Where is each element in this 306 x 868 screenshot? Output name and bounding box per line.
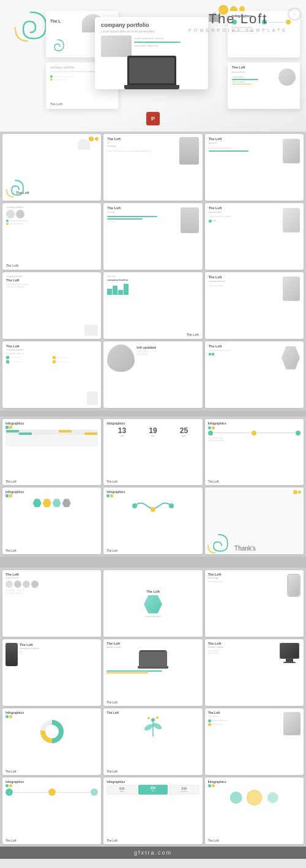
mockup-section: The Loft superior form ★★★★★ ★★★★☆★★★★★ … bbox=[0, 568, 306, 847]
thumbs-row-4: The Loft company business Lorem ipsum do… bbox=[2, 341, 304, 408]
thumb-hexagons: Infographics The Loft bbox=[2, 488, 101, 554]
thumb-thanks: Thank's bbox=[205, 488, 304, 554]
thumbs-row-3: company timeline The Loft Lorem ipsum do… bbox=[2, 272, 304, 339]
svg-point-16 bbox=[230, 792, 242, 804]
slide-preview-personal: The Loft personal bio Lorem ipsum dolor … bbox=[228, 62, 300, 109]
thumb-team: company portfolio The Loft bbox=[2, 203, 101, 270]
svg-point-17 bbox=[246, 790, 262, 806]
hero-section: The Loft POWERPOINT TEMPLATE The L bbox=[0, 0, 306, 132]
thumb-numbers: Infographics 13 label 19 label 25 label bbox=[103, 419, 202, 486]
thumb-smile: The Loft our team ★★★★☆ bbox=[103, 203, 202, 270]
thumb-balloons: The Loft personal data Lorem ipsum dolor… bbox=[205, 203, 304, 270]
thumb-smartphone: The Loft smartphone mockup title276 bbox=[2, 639, 101, 706]
thumb-watch: The Loft technology Lorem ipsum dolor bbox=[205, 570, 304, 637]
infographics-row-2: Infographics The Loft bbox=[2, 488, 304, 554]
section-divider-2 bbox=[0, 557, 306, 568]
section-divider-1 bbox=[0, 410, 306, 417]
thumb-business: The Loft company business Lorem ipsum do… bbox=[2, 341, 101, 408]
thumb-laptop: The Loft laptop mockup bbox=[103, 639, 202, 706]
deco-circles: ○ bbox=[288, 7, 301, 21]
thumb-woman: The Loft company timeline Lorem ipsum do… bbox=[205, 272, 304, 339]
svg-point-5 bbox=[169, 503, 174, 508]
svg-point-11 bbox=[143, 723, 154, 732]
thumbs-row-1: The Loft The Loft 01message Lorem ipsum … bbox=[2, 134, 304, 201]
thumb-process: Infographics → The Loft bbox=[2, 777, 101, 844]
thumb-circle-info: The Loft Lorem ipsum bbox=[205, 708, 304, 775]
thumb-cover: The Loft bbox=[2, 134, 101, 201]
infographics-row-1: Infographics bbox=[2, 419, 304, 486]
infographics-row-3: Infographics The Loft bbox=[2, 708, 304, 775]
infographics-section: Infographics bbox=[0, 417, 306, 557]
thumb-hexagon-person: The Loft Lorem ipsum dolor sit amet bbox=[205, 341, 304, 408]
svg-point-3 bbox=[132, 503, 137, 508]
svg-point-15 bbox=[156, 716, 159, 719]
thumb-person1: The Loft 01message Lorem ipsum dolor sit… bbox=[103, 134, 202, 201]
thumb-team-photos: The Loft superior form ★★★★★ ★★★★☆★★★★★ … bbox=[2, 570, 101, 637]
powerpoint-icon: P bbox=[146, 112, 160, 125]
thumbs-row-2: company portfolio The Loft bbox=[2, 203, 304, 270]
thumb-calendar: Infographics bbox=[2, 419, 101, 486]
thumb-hexagon-photo: The Loft Lorem ipsum dolor bbox=[103, 570, 202, 637]
spiral-decoration bbox=[12, 9, 49, 45]
thumb-plant: The Loft bbox=[103, 708, 202, 775]
svg-point-13 bbox=[151, 718, 155, 722]
svg-point-4 bbox=[151, 507, 155, 512]
page-wrapper: The Loft POWERPOINT TEMPLATE The L bbox=[0, 0, 306, 859]
thumb-timeline: company timeline The Loft Lorem ipsum do… bbox=[2, 272, 101, 339]
thumb-swirl-flow: Infographics The Loft bbox=[103, 488, 202, 554]
watermark-bar: gfxtra.com bbox=[0, 847, 306, 859]
thumb-group: loft updated Lorem ipsumdolor sit amet bbox=[103, 341, 202, 408]
svg-point-9 bbox=[47, 726, 58, 737]
svg-point-14 bbox=[147, 717, 150, 719]
thumb-desktop: The Loft desktop mockup Lorem ipsumdolor… bbox=[205, 639, 304, 706]
thumbnails-section-1: The Loft The Loft 01message Lorem ipsum … bbox=[0, 132, 306, 410]
mockup-row-1: The Loft superior form ★★★★★ ★★★★☆★★★★★ … bbox=[2, 570, 304, 637]
thumb-barchart: The Loft company timeline The Loft bbox=[103, 272, 202, 339]
hero-title: The Loft POWERPOINT TEMPLATE bbox=[188, 11, 288, 32]
thumb-infographic-timeline: Infographics Lorem ipsum dolorsit amet c… bbox=[205, 419, 304, 486]
thumb-donut: Infographics The Loft bbox=[2, 708, 101, 775]
svg-point-18 bbox=[267, 792, 278, 803]
svg-point-12 bbox=[152, 722, 163, 731]
thumb-gadget: The Loft about us Lorem ipsum dolor sit … bbox=[205, 134, 304, 201]
mockup-row-2: The Loft smartphone mockup title276 The … bbox=[2, 639, 304, 706]
infographics-row-4: Infographics → The Loft bbox=[2, 777, 304, 844]
thumb-network: Infographics The Loft bbox=[205, 777, 304, 844]
thumb-pricing: Infographics $19 basic $39 pro $99 premi bbox=[103, 777, 202, 844]
